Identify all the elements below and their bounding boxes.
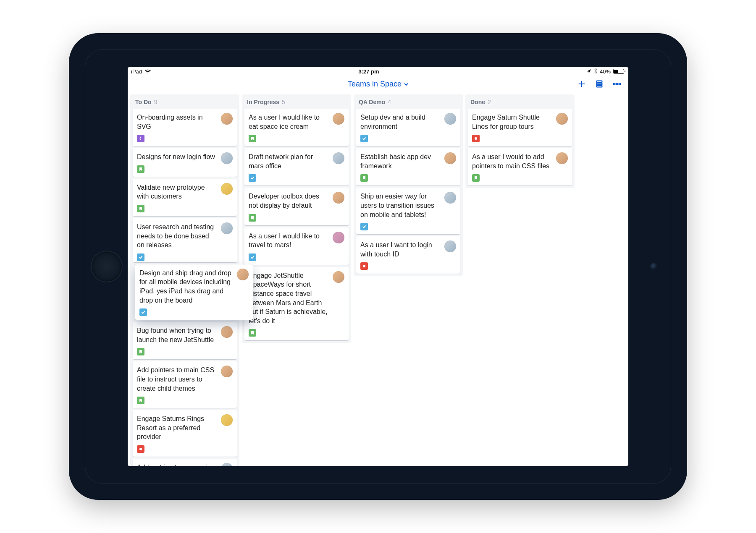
assignee-avatar[interactable] — [221, 183, 233, 195]
assignee-avatar[interactable] — [221, 414, 233, 426]
issue-card[interactable]: Developer toolbox does not display by de… — [244, 188, 349, 225]
front-camera — [650, 263, 658, 270]
card-title: Bug found when trying to launch the new … — [137, 326, 233, 344]
assignee-avatar[interactable] — [221, 152, 233, 164]
ios-status-bar: iPad 3:27 pm 40% — [128, 67, 628, 76]
board-column[interactable]: In Progress5As a user I would like to ea… — [242, 94, 351, 343]
svg-point-8 — [475, 137, 477, 140]
assignee-avatar[interactable] — [221, 326, 233, 338]
assignee-avatar[interactable] — [333, 271, 344, 283]
more-icon[interactable] — [612, 79, 622, 89]
issue-card[interactable]: As a user I would like to travel to mars… — [244, 227, 349, 265]
column-header: QA Demo4 — [356, 99, 460, 106]
kanban-board[interactable]: To Do9On-boarding assets in SVGDesigns f… — [128, 92, 628, 466]
card-title: Developer toolbox does not display by de… — [249, 192, 344, 210]
bug-icon — [472, 135, 480, 142]
issue-card[interactable]: As a user I want to login with touch ID — [356, 236, 460, 274]
issue-card[interactable]: Engage Saturns Rings Resort as a preferr… — [133, 410, 237, 457]
board-column[interactable]: To Do9On-boarding assets in SVGDesigns f… — [130, 94, 239, 466]
ipad-frame: iPad 3:27 pm 40% — [69, 33, 687, 500]
screen: iPad 3:27 pm 40% — [128, 67, 628, 466]
story-icon — [249, 214, 256, 222]
assignee-avatar[interactable] — [444, 113, 456, 125]
issue-card[interactable]: Bug found when trying to launch the new … — [133, 322, 237, 359]
assignee-avatar[interactable] — [221, 222, 233, 234]
bug-icon — [360, 262, 368, 270]
location-icon — [586, 69, 591, 74]
task-icon — [360, 223, 368, 230]
board-name: Teams in Space — [348, 80, 402, 89]
assignee-avatar[interactable] — [221, 113, 233, 125]
issue-card[interactable]: Setup dev and a build environment — [356, 109, 460, 146]
issue-card[interactable]: As a user I would like to eat space ice … — [244, 109, 349, 146]
issue-card[interactable]: Ship an easier way for users to transiti… — [356, 188, 460, 234]
card-title: Establish basic app dev framework — [360, 152, 456, 170]
assignee-avatar[interactable] — [444, 152, 456, 164]
task-icon — [249, 253, 256, 261]
column-header: In Progress5 — [244, 99, 349, 106]
battery-icon — [613, 69, 624, 74]
svg-rect-0 — [597, 81, 602, 83]
backlog-icon[interactable] — [595, 79, 604, 89]
card-title: Engage JetShuttle SpaceWays for short di… — [249, 271, 344, 326]
task-icon — [360, 135, 368, 142]
story-icon — [472, 174, 480, 182]
assignee-avatar[interactable] — [333, 152, 344, 164]
carrier-label: iPad — [131, 68, 142, 75]
column-header: To Do9 — [133, 99, 237, 106]
card-title: Add a string to anonymizer main textutil… — [137, 463, 233, 466]
card-title: As a user I would like to travel to mars… — [249, 232, 344, 250]
issue-card[interactable]: Design and ship drag and drop for all mo… — [135, 264, 253, 320]
board-column[interactable]: QA Demo4Setup dev and a build environmen… — [354, 94, 463, 276]
issue-card[interactable]: User research and testing needs to be do… — [133, 218, 237, 262]
issue-card[interactable]: Engage JetShuttle SpaceWays for short di… — [244, 267, 349, 341]
svg-point-7 — [363, 265, 365, 267]
home-button[interactable] — [91, 251, 123, 282]
card-title: Design and ship drag and drop for all mo… — [139, 269, 249, 305]
column-title: Done — [470, 99, 485, 105]
column-count: 4 — [388, 99, 391, 105]
issue-card[interactable]: Add pointers to main CSS file to instruc… — [133, 361, 237, 408]
story-icon — [137, 397, 144, 404]
svg-point-3 — [614, 83, 615, 85]
story-icon — [137, 165, 144, 173]
card-title: Draft network plan for mars office — [249, 152, 344, 170]
issue-card[interactable]: Engage Saturn Shuttle Lines for group to… — [468, 109, 572, 146]
svg-rect-2 — [597, 86, 602, 87]
bug-icon — [137, 445, 144, 453]
issue-card[interactable]: Validate new prototype with customers — [133, 179, 237, 216]
card-title: As a user I would to add pointers to mai… — [472, 152, 568, 170]
card-title: Validate new prototype with customers — [137, 183, 233, 201]
assignee-avatar[interactable] — [444, 240, 456, 252]
board-picker[interactable]: Teams in Space — [348, 80, 408, 89]
bluetooth-icon — [594, 68, 597, 75]
card-title: On-boarding assets in SVG — [137, 113, 233, 131]
issue-card[interactable]: On-boarding assets in SVG — [133, 109, 237, 146]
story-icon — [137, 348, 144, 355]
card-title: As a user I would like to eat space ice … — [249, 113, 344, 131]
card-title: Ship an easier way for users to transiti… — [360, 192, 456, 219]
battery-percent: 40% — [600, 68, 611, 75]
board-column[interactable]: Done2Engage Saturn Shuttle Lines for gro… — [465, 94, 575, 188]
assignee-avatar[interactable] — [556, 152, 568, 164]
clock: 3:27 pm — [358, 68, 379, 75]
issue-card[interactable]: Designs for new login flow — [133, 148, 237, 177]
assignee-avatar[interactable] — [237, 269, 249, 280]
task-icon — [249, 174, 256, 182]
issue-card[interactable]: Establish basic app dev framework — [356, 148, 460, 186]
assignee-avatar[interactable] — [556, 113, 568, 125]
story-icon — [360, 174, 368, 182]
svg-point-6 — [139, 448, 142, 450]
card-title: Setup dev and a build environment — [360, 113, 456, 131]
assignee-avatar[interactable] — [333, 232, 344, 243]
issue-card[interactable]: Add a string to anonymizer main textutil… — [133, 459, 237, 466]
assignee-avatar[interactable] — [333, 113, 344, 125]
card-title: Engage Saturn Shuttle Lines for group to… — [472, 113, 568, 131]
column-title: In Progress — [247, 99, 279, 105]
issue-card[interactable]: As a user I would to add pointers to mai… — [468, 148, 572, 186]
card-title: Designs for new login flow — [137, 152, 233, 162]
add-button[interactable] — [577, 79, 586, 89]
issue-card[interactable]: Draft network plan for mars office — [244, 148, 349, 186]
card-title: User research and testing needs to be do… — [137, 222, 233, 250]
epic-icon — [137, 135, 144, 142]
